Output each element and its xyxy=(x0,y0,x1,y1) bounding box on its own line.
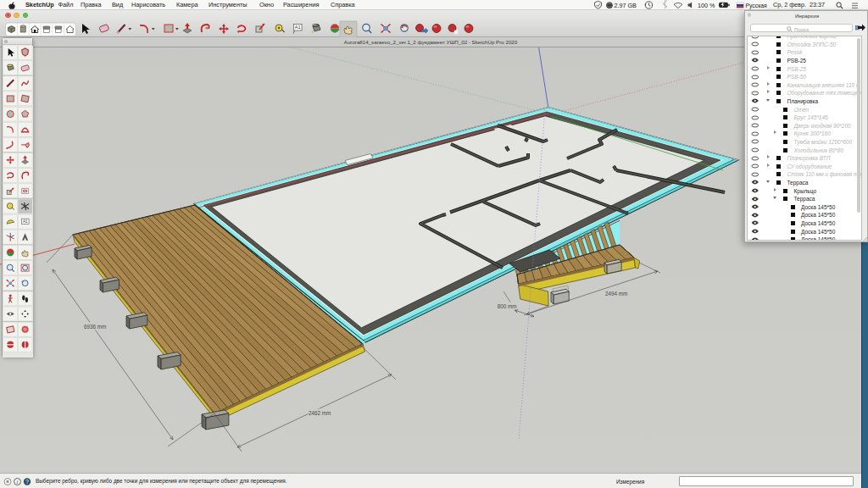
svg-text:Русская: Русская xyxy=(746,3,768,9)
svg-text:2494 mm: 2494 mm xyxy=(605,291,627,297)
svg-text:800 mm: 800 mm xyxy=(498,303,517,309)
svg-text:?: ? xyxy=(25,479,29,485)
svg-text:100 %: 100 % xyxy=(698,2,715,9)
svg-text:A1: A1 xyxy=(295,25,301,30)
svg-text:A1: A1 xyxy=(23,219,28,224)
svg-text:2.97 GB: 2.97 GB xyxy=(615,2,637,9)
svg-text:i: i xyxy=(17,479,19,485)
svg-text:2462 mm: 2462 mm xyxy=(309,410,331,416)
svg-text:6936 mm: 6936 mm xyxy=(84,324,106,330)
